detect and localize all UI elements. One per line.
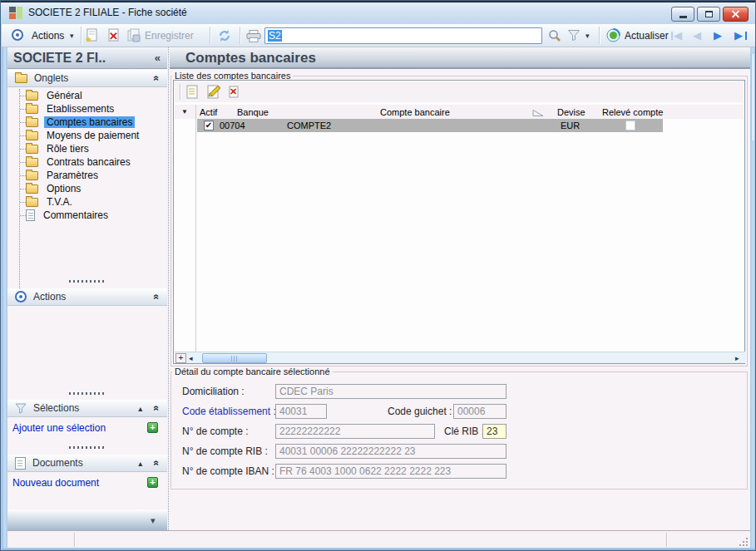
sidebar-collapse-bar[interactable]: ▾ — [7, 509, 167, 530]
horizontal-scrollbar[interactable]: + ◂ ▸ — [175, 352, 745, 363]
collapse-triangle-icon[interactable]: ▴ — [138, 459, 142, 468]
search-input[interactable]: S2 — [264, 27, 542, 44]
collapse-triangle-icon[interactable]: ▴ — [138, 404, 142, 413]
scroll-right-button[interactable]: ▸ — [735, 354, 739, 362]
sidebar-item-contrats-bancaires[interactable]: Contrats bancaires — [7, 155, 167, 169]
col-releve-header[interactable]: Relevé compte — [602, 107, 663, 117]
tabs-tree: Général Etablissements Comptes bancaires… — [7, 89, 167, 222]
actions-menu-button[interactable]: Actions — [32, 30, 64, 42]
collapse-chevron-icon[interactable]: « — [151, 460, 163, 466]
delete-record-button[interactable]: ✕ — [106, 28, 121, 42]
releve-checkbox[interactable] — [625, 121, 635, 130]
maximize-button[interactable] — [697, 7, 720, 22]
sidebar-item-general[interactable]: Général — [7, 89, 167, 102]
sidebar-item-parametres[interactable]: Paramètres — [7, 169, 167, 182]
refresh-button[interactable]: Actualiser — [625, 30, 669, 42]
add-selection-plus-button[interactable]: + — [147, 422, 158, 433]
folder-icon — [26, 91, 38, 101]
status-bar — [7, 530, 750, 548]
bank-accounts-table: ✕ ▼ Actif Banque Compte bancaire Devise … — [173, 80, 745, 364]
actions-caret-icon[interactable]: ▾ — [70, 32, 74, 40]
cell-banque: 00704 — [220, 121, 245, 130]
scroll-left-button[interactable]: ◂ — [189, 354, 193, 362]
svg-text:★: ★ — [85, 35, 92, 42]
search-icon[interactable] — [548, 29, 561, 42]
section-selections-label: Sélections — [33, 402, 131, 414]
col-devise-header[interactable]: Devise — [557, 107, 586, 117]
sidebar-item-tva[interactable]: T.V.A. — [7, 195, 167, 209]
table-delete-button[interactable]: ✕ — [227, 84, 240, 99]
sidebar-item-etablissements[interactable]: Etablissements — [7, 102, 167, 116]
sidebar-collapse-icon[interactable]: « — [155, 52, 161, 64]
main-toolbar: Actions ▾ ★ ✕ Enregistrer ▾ S2 ▾ — [2, 24, 756, 47]
refresh-orb-icon[interactable] — [606, 28, 620, 42]
collapse-chevron-icon[interactable]: « — [151, 294, 163, 300]
table-row[interactable]: ✔ 00704 COMPTE2 EUR — [197, 119, 663, 132]
window-scrollbar-thumb[interactable] — [751, 52, 755, 142]
expand-down-icon[interactable]: ▾ — [151, 515, 156, 526]
nav-last-button[interactable]: ▶ — [734, 29, 743, 42]
col-banque-header[interactable]: Banque — [237, 107, 269, 117]
save-button[interactable]: Enregistrer — [145, 30, 194, 42]
open-folder-icon — [26, 118, 38, 127]
section-header-selections[interactable]: Sélections ▴ « — [7, 400, 167, 417]
table-new-button[interactable] — [185, 84, 199, 99]
col-compte-header[interactable]: Compte bancaire — [380, 107, 450, 117]
nav-previous-button[interactable]: ◀ — [693, 29, 701, 42]
sort-indicator-icon — [531, 109, 545, 117]
sidebar-splitter[interactable] — [168, 47, 169, 530]
numero-compte-iban-field: FR 76 4003 1000 0622 2222 2222 223 — [275, 464, 506, 479]
section-header-actions[interactable]: Actions « — [7, 288, 167, 306]
refresh-icon-button[interactable] — [218, 29, 231, 42]
detail-group-title: Détail du compte bancaire sélectionné — [172, 367, 333, 376]
sidebar-item-options[interactable]: Options — [7, 182, 167, 195]
print-button[interactable] — [246, 30, 261, 42]
sidebar-item-role-tiers[interactable]: Rôle tiers — [7, 142, 167, 155]
section-header-onglets[interactable]: Onglets « — [7, 70, 167, 87]
sidebar-item-comptes-bancaires[interactable]: Comptes bancaires — [7, 116, 167, 129]
drag-handle[interactable] — [69, 392, 106, 395]
collapse-chevron-icon[interactable]: « — [151, 406, 163, 411]
col-actif-header[interactable]: Actif — [200, 107, 217, 117]
search-value: S2 — [268, 30, 282, 42]
filter-icon[interactable] — [567, 29, 581, 42]
sidebar-item-moyens-de-paiement[interactable]: Moyens de paiement — [7, 129, 167, 142]
row-selector-caret-icon[interactable]: ▼ — [181, 108, 188, 116]
window-title: SOCIETE 2 FILIALE - Fiche société — [28, 7, 187, 18]
code-etablissement-label: Code établissement : — [182, 406, 276, 417]
numero-compte-field: 22222222222 — [275, 424, 435, 439]
filter-caret-icon[interactable]: ▾ — [586, 32, 590, 40]
actif-checkbox[interactable]: ✔ — [204, 121, 214, 130]
page-title: Comptes bancaires — [185, 50, 316, 66]
section-header-documents[interactable]: Documents ▴ « — [7, 455, 167, 472]
minimize-button[interactable] — [671, 7, 694, 22]
new-record-button[interactable]: ★ — [85, 28, 99, 42]
sidebar-item-commentaires[interactable]: Commentaires — [7, 209, 167, 222]
new-document-plus-button[interactable]: + — [147, 477, 158, 488]
nav-first-button[interactable]: ◀ — [674, 29, 682, 42]
add-selection-link[interactable]: Ajouter une sélection — [12, 422, 106, 434]
title-bar: SOCIETE 2 FILIALE - Fiche société — [1, 1, 756, 24]
section-actions-label: Actions — [33, 291, 147, 303]
collapse-chevron-icon[interactable]: « — [151, 76, 163, 81]
page-header: Comptes bancaires — [170, 47, 750, 69]
filter-icon — [15, 403, 27, 414]
scrollbar-plus-button[interactable]: + — [175, 353, 186, 363]
scrollbar-thumb[interactable] — [202, 353, 267, 363]
folder-icon — [26, 184, 38, 194]
app-icon — [9, 7, 22, 19]
close-button[interactable] — [723, 7, 749, 22]
numero-compte-iban-label: N° de compte IBAN : — [182, 465, 274, 477]
minimize-icon — [679, 16, 687, 18]
drag-handle[interactable] — [69, 280, 106, 283]
maximize-icon — [705, 11, 713, 17]
drag-handle[interactable] — [69, 446, 106, 449]
new-document-link[interactable]: Nouveau document — [12, 477, 99, 489]
section-onglets-label: Onglets — [34, 72, 147, 84]
sidebar-title: SOCIETE 2 FI.. — [13, 51, 155, 66]
svg-text:✕: ✕ — [230, 86, 237, 96]
resize-grip[interactable] — [739, 538, 749, 547]
table-edit-button[interactable] — [206, 84, 221, 99]
cle-rib-field[interactable]: 23 — [482, 424, 506, 439]
nav-next-button[interactable]: ▶ — [714, 29, 722, 42]
